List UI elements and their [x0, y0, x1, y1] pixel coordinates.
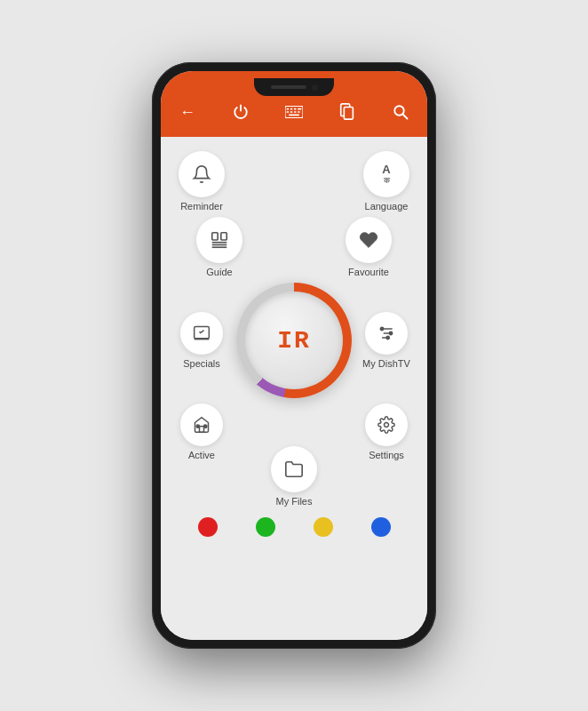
my-dishtv-icon — [365, 312, 408, 355]
language-label: Language — [365, 201, 409, 212]
active-label: Active — [188, 450, 215, 460]
settings-button[interactable]: Settings — [356, 403, 417, 460]
guide-label: Guide — [206, 267, 232, 277]
svg-rect-1 — [287, 108, 290, 110]
blue-dot[interactable] — [371, 517, 391, 537]
red-dot[interactable] — [198, 517, 218, 537]
my-files-icon — [271, 446, 317, 492]
svg-rect-5 — [287, 111, 290, 113]
svg-rect-9 — [289, 115, 299, 116]
svg-rect-6 — [290, 111, 293, 113]
svg-point-26 — [386, 336, 389, 339]
phone-frame: ← — [152, 62, 436, 649]
svg-rect-3 — [294, 108, 297, 110]
reminder-icon — [179, 151, 225, 197]
search-icon[interactable] — [385, 96, 417, 128]
main-content: Reminder A क Language — [161, 137, 427, 640]
row-1: Reminder A क Language — [171, 151, 417, 212]
svg-rect-8 — [298, 111, 300, 113]
row-2: Guide Favourite — [171, 217, 417, 277]
settings-label: Settings — [369, 450, 404, 460]
specials-button[interactable]: Specials — [171, 312, 232, 369]
power-icon[interactable] — [225, 96, 257, 128]
phone-screen: ← — [161, 71, 427, 640]
my-dishtv-label: My DishTV — [362, 358, 410, 369]
yellow-dot[interactable] — [314, 517, 333, 537]
active-button[interactable]: Active — [171, 403, 232, 460]
svg-point-24 — [389, 332, 392, 334]
dial-inner: IR — [245, 292, 343, 389]
guide-button[interactable]: Guide — [189, 217, 250, 277]
bottom-row: Active My Files — [171, 403, 417, 507]
my-files-label: My Files — [276, 496, 313, 507]
svg-rect-14 — [212, 233, 218, 240]
guide-icon — [196, 217, 242, 263]
card-icon[interactable] — [331, 96, 363, 128]
svg-rect-27 — [200, 427, 204, 433]
svg-line-13 — [403, 115, 408, 119]
green-dot[interactable] — [256, 517, 275, 537]
specials-label: Specials — [183, 358, 220, 369]
speaker — [271, 85, 306, 89]
svg-point-12 — [394, 106, 404, 116]
language-icon: A क — [363, 151, 409, 197]
specials-icon — [180, 312, 223, 355]
settings-icon — [365, 403, 408, 446]
favourite-button[interactable]: Favourite — [338, 217, 399, 277]
middle-row: Specials IR — [171, 283, 417, 398]
svg-point-30 — [385, 423, 389, 427]
language-button[interactable]: A क Language — [356, 151, 417, 212]
svg-rect-7 — [294, 111, 297, 113]
my-dishtv-button[interactable]: My DishTV — [356, 312, 417, 369]
dial-display: IR — [277, 327, 311, 355]
dial-container[interactable]: IR — [236, 283, 352, 398]
my-files-container: My Files — [264, 403, 324, 507]
camera — [312, 84, 318, 91]
reminder-button[interactable]: Reminder — [171, 151, 232, 212]
active-icon — [180, 403, 223, 446]
favourite-icon — [346, 217, 392, 263]
svg-point-25 — [380, 327, 383, 330]
phone-notch — [254, 78, 334, 96]
svg-rect-11 — [344, 108, 353, 120]
svg-rect-4 — [298, 108, 301, 110]
keyboard-icon[interactable] — [278, 96, 310, 128]
svg-point-29 — [204, 425, 207, 427]
dial-outer-ring: IR — [236, 283, 352, 398]
back-button[interactable]: ← — [171, 96, 203, 128]
favourite-label: Favourite — [348, 267, 389, 277]
svg-point-28 — [196, 425, 199, 427]
color-dots-row — [171, 512, 417, 542]
my-files-button[interactable]: My Files — [264, 446, 324, 507]
reminder-label: Reminder — [180, 201, 223, 212]
svg-rect-15 — [221, 233, 226, 240]
svg-rect-2 — [290, 108, 293, 110]
